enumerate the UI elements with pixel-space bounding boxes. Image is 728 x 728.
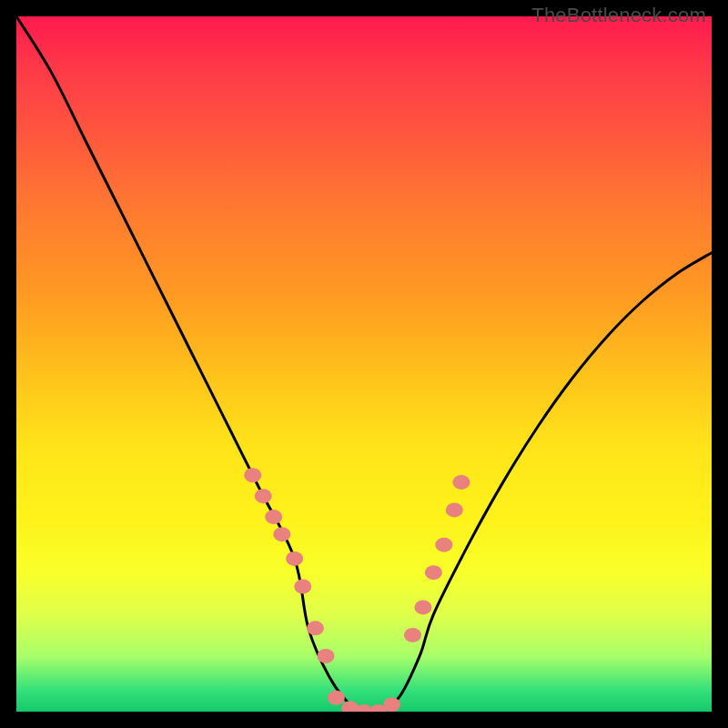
plot-area <box>16 16 712 712</box>
curve-marker <box>273 527 290 541</box>
curve-marker <box>328 691 345 705</box>
curve-marker <box>414 600 431 614</box>
curve-marker <box>404 628 421 642</box>
curve-marker <box>317 649 334 663</box>
curve-marker <box>383 697 400 712</box>
curve-marker <box>435 538 452 552</box>
curve-layer <box>16 16 712 712</box>
watermark-text: TheBottleneck.com <box>531 4 706 27</box>
curve-marker <box>294 579 311 593</box>
curve-marker <box>307 621 324 635</box>
curve-marker <box>244 468 261 482</box>
curve-marker <box>286 551 303 566</box>
curve-marker <box>255 489 272 503</box>
marker-layer <box>244 468 470 712</box>
curve-marker <box>452 475 470 490</box>
bottleneck-curve <box>16 16 712 712</box>
curve-marker <box>446 502 463 517</box>
curve-marker <box>265 510 282 524</box>
bottleneck-curve-path <box>16 16 712 712</box>
chart-frame: TheBottleneck.com <box>0 0 728 728</box>
curve-marker <box>425 565 442 580</box>
